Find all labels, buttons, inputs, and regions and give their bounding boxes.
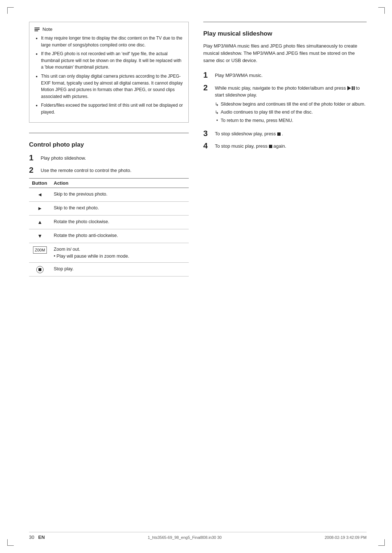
step4-end: again. [273,143,286,149]
step-1-content: Play photo slideshow. [41,153,86,162]
note-item-2: If the JPEG photo is not recorded with a… [41,50,183,71]
corner-br [378,539,385,546]
zoom-action-line1: Zoom in/ out. [54,247,80,252]
step3-text: To stop slideshow play, press [215,131,276,136]
zoom-action-bullet: • [54,254,57,259]
button-stop [29,263,51,276]
control-photo-play-title: Control photo play [29,141,189,148]
action-zoom: Zoom in/ out. • Play will pause while in… [51,243,189,263]
table-header-button: Button [29,178,51,188]
play-pause-button-icon [347,85,356,91]
step-num-3: 3 [203,129,211,138]
button-up: ▲ [29,215,51,229]
step-num-4: 4 [203,142,211,150]
footer-filename: 1_hts3565-69_98_eng5_Final808.in30 30 [148,535,222,540]
note-box: Note It may require longer time to displ… [29,22,189,123]
table-row: Z00M Zoom in/ out. • Play will pause whi… [29,243,189,263]
slideshow-step-2: 2 While music play, navigate to the phot… [203,83,367,126]
button-action-table: Button Action ◄ Skip to the previous pho… [29,178,189,277]
note-list: It may require longer time to display th… [34,35,183,116]
sub-step-arrow-2: Audio continues to play till the end of … [215,109,367,116]
page-number: 30 EN [29,534,45,540]
note-label: Note [42,26,52,32]
pause-bar-1 [352,86,353,90]
page-lang: EN [38,534,45,540]
sub-step-arrow-1: Slideshow begins and continues till the … [215,101,367,108]
zoom-button-label: Z00M [33,246,47,254]
slideshow-step-4: 4 To stop music play, press again. [203,142,367,150]
action-prev: Skip to the previous photo. [51,188,189,201]
corner-tr [378,7,385,14]
stop-square-step4 [269,145,272,148]
left-column: Note It may require longer time to displ… [29,22,189,276]
slideshow-step1-content: Play MP3/WMA music. [215,71,262,79]
play-pause-inline-icon [347,86,355,90]
play-musical-slideshow-title: Play musical slideshow [203,30,367,37]
pause-bars-icon [352,86,355,90]
table-header-action: Action [51,178,189,188]
note-icon [34,28,40,31]
table-row: ◄ Skip to the previous photo. [29,188,189,201]
step-number-2: 2 [29,166,37,175]
slideshow-step-3: 3 To stop slideshow play, press . [203,129,367,138]
note-item-3: This unit can only display digital camer… [41,73,183,100]
zoom-action-line2: Play will pause while in zoom mode. [57,254,129,259]
button-next: ► [29,201,51,215]
action-stop: Stop play. [51,263,189,276]
footer-left: 30 EN [29,534,45,540]
sub-step-bullet-1: To return to the menu, press MENU. [215,117,367,124]
page-footer: 30 EN 1_hts3565-69_98_eng5_Final808.in30… [29,532,367,540]
step2-sub-steps: Slideshow begins and continues till the … [215,101,367,124]
play-musical-slideshow-header [203,22,367,25]
step3-end: . [282,131,283,136]
action-next: Skip to the next photo. [51,201,189,215]
step-number-1: 1 [29,153,37,162]
slideshow-step2-main: While music play, navigate to the photo … [215,85,346,91]
note-item-1: It may require longer time to display th… [41,35,183,48]
button-zoom: Z00M [29,243,51,263]
button-down: ▼ [29,229,51,243]
slideshow-step2-content: While music play, navigate to the photo … [215,83,367,126]
slideshow-step-1: 1 Play MP3/WMA music. [203,71,367,79]
action-rotate-ccw: Rotate the photo anti-clockwise. [51,229,189,243]
step-num-1: 1 [203,71,211,79]
step-2-content: Use the remote control to control the ph… [41,166,131,174]
note-header: Note [34,26,183,32]
right-column: Play musical slideshow Play MP3/WMA musi… [203,22,367,276]
two-column-layout: Note It may require longer time to displ… [29,22,367,276]
page: Note It may require longer time to displ… [0,0,392,553]
table-row: ▲ Rotate the photo clockwise. [29,215,189,229]
table-row: ▼ Rotate the photo anti-clockwise. [29,229,189,243]
step4-text: To stop music play, press [215,143,268,149]
play-triangle-icon [347,86,351,90]
action-rotate-cw: Rotate the photo clockwise. [51,215,189,229]
control-photo-play-header [29,133,189,136]
stop-circle-icon [36,266,44,273]
table-row: Stop play. [29,263,189,276]
control-step-1: 1 Play photo slideshow. [29,153,189,162]
footer-right: 2008-02-19 3:42:09 PM [324,535,367,540]
pause-bar-2 [354,86,355,90]
stop-square-step3 [277,132,281,136]
step-num-2: 2 [203,83,211,92]
control-step-2: 2 Use the remote control to control the … [29,166,189,175]
corner-tl [7,7,14,14]
page-num: 30 [29,534,34,540]
button-prev: ◄ [29,188,51,201]
stop-square-icon [38,268,41,271]
note-item-4: Folders/files exceed the supported limit… [41,102,183,115]
table-row: ► Skip to the next photo. [29,201,189,215]
corner-bl [7,539,14,546]
slideshow-intro: Play MP3/WMA music files and JPEG photo … [203,42,367,64]
slideshow-step4-content: To stop music play, press again. [215,142,286,150]
slideshow-step3-content: To stop slideshow play, press . [215,129,283,138]
